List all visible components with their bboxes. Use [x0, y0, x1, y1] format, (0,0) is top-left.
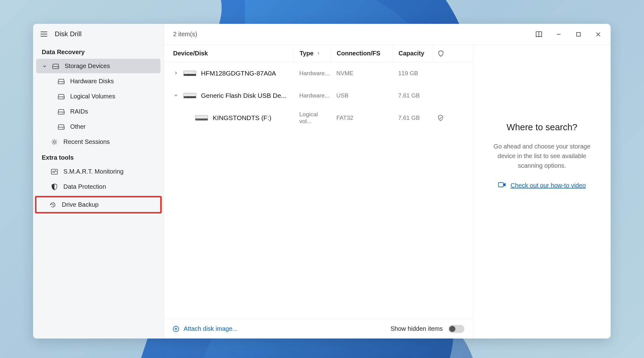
table-header: Device/Disk Type ↑ Connection/FS Capacit… [164, 45, 473, 62]
svg-rect-23 [498, 183, 503, 187]
col-header-device[interactable]: Device/Disk [170, 50, 294, 57]
section-extra-tools: Extra tools [33, 150, 164, 164]
col-header-connection[interactable]: Connection/FS [331, 45, 393, 62]
chevron-down-icon [42, 64, 47, 68]
cell-capacity: 7.61 GB [393, 107, 433, 129]
drive-icon [52, 63, 59, 70]
attach-label: Attach disk image... [184, 325, 238, 332]
svg-point-16 [185, 97, 186, 98]
cell-capacity: 7.61 GB [393, 84, 433, 107]
main-panel: 2 item(s) Device/Disk [164, 24, 611, 339]
sidebar-item-data-protection[interactable]: Data Protection [36, 179, 160, 194]
book-icon[interactable] [530, 27, 548, 42]
drive-icon [183, 70, 197, 77]
cell-connection: USB [331, 84, 393, 107]
drive-icon [58, 93, 65, 100]
sidebar-item-recent-sessions[interactable]: Recent Sessions [36, 135, 160, 149]
sidebar-label: Hardware Disks [70, 78, 114, 85]
sidebar-item-raids[interactable]: RAIDs [36, 104, 160, 119]
drive-icon [58, 108, 65, 115]
svg-rect-8 [577, 32, 580, 36]
disk-name: Generic Flash Disk USB De... [201, 92, 287, 99]
howto-video-link[interactable]: Check out our how-to video [510, 182, 586, 189]
drive-icon [195, 114, 208, 122]
history-icon [49, 201, 56, 208]
disk-list-panel: Device/Disk Type ↑ Connection/FS Capacit… [164, 45, 473, 339]
disk-name: KINGSTONDTS (F:) [213, 114, 271, 122]
sidebar: Disk Drill Data Recovery Storage Devices… [33, 24, 164, 339]
svg-point-2 [63, 97, 63, 98]
sidebar-item-logical-volumes[interactable]: Logical Volumes [36, 89, 160, 104]
cell-shield [433, 84, 448, 107]
col-header-type[interactable]: Type ↑ [294, 45, 331, 62]
highlight-annotation: Drive Backup [35, 196, 162, 214]
expand-icon[interactable] [173, 93, 179, 98]
table-row[interactable]: HFM128GDGTNG-87A0AHardware...NVME119 GB [164, 62, 473, 84]
menu-icon[interactable] [39, 30, 49, 38]
disk-name: HFM128GDGTNG-87A0A [201, 70, 276, 77]
sort-asc-icon: ↑ [317, 51, 320, 56]
monitoring-icon [51, 168, 58, 175]
sidebar-label: S.M.A.R.T. Monitoring [63, 168, 124, 175]
svg-point-19 [197, 119, 198, 120]
svg-point-4 [63, 128, 63, 128]
titlebar: 2 item(s) [164, 24, 611, 45]
sidebar-label: Data Protection [63, 183, 106, 190]
right-panel-desc: Go ahead and choose your storage device … [486, 142, 598, 170]
svg-point-13 [185, 75, 186, 75]
cell-type: Hardware... [294, 62, 331, 84]
shield-half-icon [51, 183, 58, 190]
sidebar-item-drive-backup[interactable]: Drive Backup [36, 197, 160, 212]
cell-type: Logical vol... [294, 107, 331, 129]
item-count: 2 item(s) [173, 31, 197, 38]
show-hidden-label: Show hidden items [390, 325, 443, 332]
sidebar-item-storage-devices[interactable]: Storage Devices [36, 59, 160, 73]
app-window: Disk Drill Data Recovery Storage Devices… [33, 24, 611, 339]
svg-point-1 [63, 82, 63, 83]
sidebar-label: Drive Backup [62, 201, 99, 208]
close-button[interactable] [589, 27, 608, 42]
col-header-shield[interactable] [433, 45, 448, 62]
section-data-recovery: Data Recovery [33, 44, 164, 59]
cell-shield [433, 62, 448, 84]
minimize-button[interactable] [549, 27, 568, 42]
col-header-capacity[interactable]: Capacity [393, 45, 433, 62]
right-info-panel: Where to search? Go ahead and choose you… [473, 45, 611, 339]
sidebar-label: Recent Sessions [63, 138, 110, 145]
cell-type: Hardware... [294, 84, 331, 107]
svg-point-0 [57, 67, 58, 68]
maximize-button[interactable] [569, 27, 588, 42]
show-hidden-toggle[interactable] [448, 325, 464, 333]
right-panel-title: Where to search? [507, 122, 578, 132]
gear-icon [51, 139, 58, 145]
expand-icon[interactable] [173, 71, 179, 76]
sidebar-label: Other [70, 123, 86, 130]
attach-disk-image-link[interactable]: Attach disk image... [173, 325, 238, 332]
sidebar-item-hardware-disks[interactable]: Hardware Disks [36, 74, 160, 88]
table-row[interactable]: KINGSTONDTS (F:)Logical vol...FAT327.61 … [164, 107, 473, 129]
video-camera-icon [498, 182, 506, 189]
svg-point-5 [53, 141, 56, 143]
drive-icon [183, 92, 197, 99]
drive-icon [58, 123, 65, 130]
cell-capacity: 119 GB [393, 62, 433, 84]
sidebar-label: RAIDs [70, 108, 88, 115]
table-row[interactable]: Generic Flash Disk USB De...Hardware...U… [164, 84, 473, 107]
drive-icon [58, 78, 65, 85]
sidebar-label: Logical Volumes [70, 93, 115, 100]
bottom-bar: Attach disk image... Show hidden items [164, 319, 473, 339]
cell-connection: FAT32 [331, 107, 393, 129]
app-title: Disk Drill [55, 30, 82, 38]
sidebar-label: Storage Devices [65, 63, 110, 70]
plus-circle-icon [173, 326, 179, 332]
cell-shield [433, 107, 448, 129]
cell-connection: NVME [331, 62, 393, 84]
svg-point-3 [63, 113, 63, 113]
sidebar-item-other[interactable]: Other [36, 119, 160, 134]
sidebar-item-smart[interactable]: S.M.A.R.T. Monitoring [36, 164, 160, 179]
